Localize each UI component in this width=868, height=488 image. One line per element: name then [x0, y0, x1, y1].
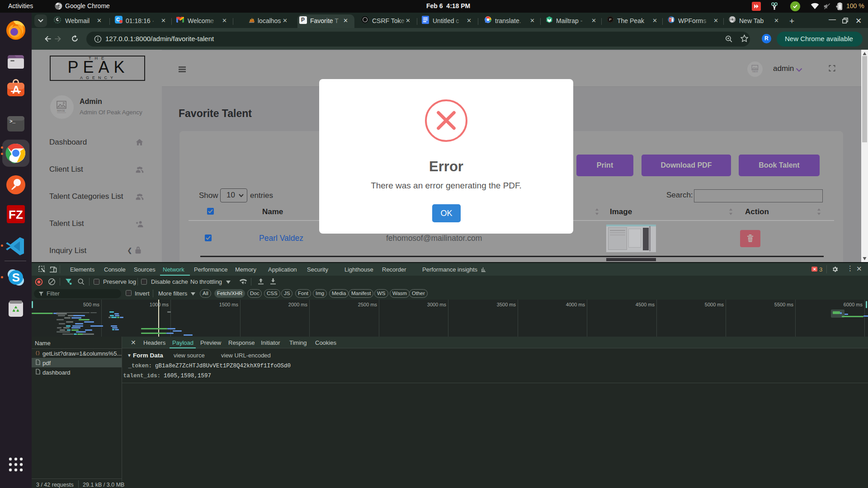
- svg-text:FZ: FZ: [9, 208, 23, 221]
- svg-text:S: S: [12, 271, 20, 284]
- svg-text:{}: {}: [35, 352, 40, 356]
- svg-text:IMAGE: IMAGE: [57, 109, 65, 112]
- svg-text:A: A: [12, 84, 20, 96]
- svg-text:IMAGE: IMAGE: [752, 70, 758, 73]
- svg-text:>_: >_: [9, 119, 16, 124]
- svg-text:P: P: [609, 18, 611, 22]
